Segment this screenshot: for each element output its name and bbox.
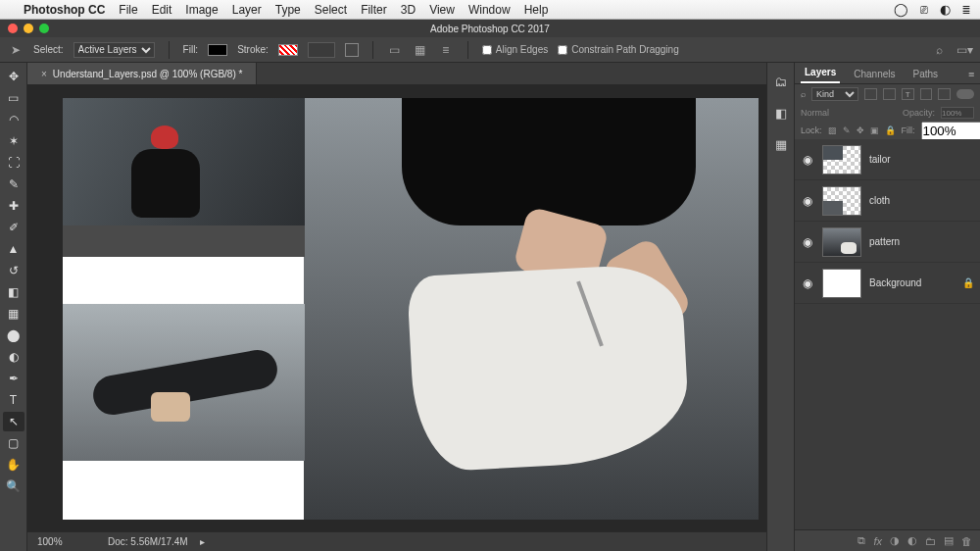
opacity-field[interactable] xyxy=(941,107,974,119)
menu-image[interactable]: Image xyxy=(185,3,218,17)
maximize-window-button[interactable] xyxy=(39,24,49,33)
layer-name[interactable]: tailor xyxy=(869,154,891,165)
display-icon[interactable]: ⎚ xyxy=(920,2,928,17)
close-window-button[interactable] xyxy=(8,24,18,33)
layer-row[interactable]: ◉ Background 🔒 xyxy=(795,263,980,304)
layer-mask-icon[interactable]: ◑ xyxy=(890,534,900,547)
constrain-path-checkbox[interactable]: Constrain Path Dragging xyxy=(558,44,679,55)
tool-quick-select[interactable]: ✶ xyxy=(3,131,24,151)
layer-thumbnail[interactable] xyxy=(822,145,861,175)
blend-mode-dropdown[interactable]: Normal xyxy=(801,108,829,118)
tool-eyedrop[interactable]: ✎ xyxy=(3,175,24,194)
layer-row[interactable]: ◉ cloth xyxy=(795,180,980,222)
filter-smart-icon[interactable] xyxy=(938,88,951,100)
properties-panel-icon[interactable]: ▦ xyxy=(772,135,790,153)
layer-kind-dropdown[interactable]: Kind xyxy=(811,87,858,101)
lock-pixels-icon[interactable]: ✎ xyxy=(843,125,851,136)
canvas[interactable] xyxy=(63,98,759,520)
tool-hand[interactable]: ✋ xyxy=(3,455,24,475)
adjustment-layer-icon[interactable]: ◐ xyxy=(907,534,917,547)
tool-preset-icon[interactable]: ➤ xyxy=(8,43,24,57)
stroke-style-dropdown[interactable] xyxy=(345,43,359,57)
fill-swatch[interactable] xyxy=(208,44,227,56)
history-panel-icon[interactable]: 🗂 xyxy=(772,73,790,90)
cloud-icon[interactable]: ◯ xyxy=(894,2,908,17)
path-align-icon[interactable]: ▦ xyxy=(413,43,428,57)
delete-layer-icon[interactable]: 🗑 xyxy=(961,535,972,547)
select-mode-dropdown[interactable]: Active Layers xyxy=(74,42,155,58)
menu-layer[interactable]: Layer xyxy=(232,3,262,17)
search-icon[interactable]: ⌕ xyxy=(931,43,947,57)
mac-menu-icon[interactable]: ≣ xyxy=(962,2,970,17)
filter-toggle[interactable] xyxy=(956,89,974,99)
link-layers-icon[interactable]: ⧉ xyxy=(858,534,865,547)
layer-row[interactable]: ◉ tailor xyxy=(795,139,980,180)
tool-eraser[interactable]: ◧ xyxy=(3,282,24,302)
tool-path-select[interactable]: ↖ xyxy=(3,412,24,431)
visibility-toggle-icon[interactable]: ◉ xyxy=(801,276,814,290)
visibility-toggle-icon[interactable]: ◉ xyxy=(801,153,814,167)
layer-group-icon[interactable]: 🗀 xyxy=(925,535,936,547)
tool-dodge[interactable]: ◐ xyxy=(3,347,24,367)
filter-adjust-icon[interactable] xyxy=(883,88,896,100)
layer-name[interactable]: cloth xyxy=(869,195,890,206)
menu-view[interactable]: View xyxy=(429,3,455,17)
layer-thumbnail[interactable] xyxy=(822,227,861,257)
menu-3d[interactable]: 3D xyxy=(401,3,416,17)
layer-thumbnail[interactable] xyxy=(822,186,861,216)
menu-select[interactable]: Select xyxy=(315,3,347,17)
tool-rectangle[interactable]: ▢ xyxy=(3,433,24,453)
workspace-switcher-icon[interactable]: ▭▾ xyxy=(956,43,972,57)
tool-pen[interactable]: ✒ xyxy=(3,369,24,388)
tool-stamp[interactable]: ▲ xyxy=(3,239,24,259)
lock-position-icon[interactable]: ✥ xyxy=(857,125,864,136)
layer-fx-icon[interactable]: fx xyxy=(873,535,882,547)
tool-move[interactable]: ✥ xyxy=(3,67,24,86)
tool-lasso[interactable]: ◠ xyxy=(3,110,24,129)
tool-crop[interactable]: ⛶ xyxy=(3,153,24,173)
tool-zoom[interactable]: 🔍 xyxy=(3,476,24,496)
menu-window[interactable]: Window xyxy=(468,3,511,17)
visibility-toggle-icon[interactable]: ◉ xyxy=(801,235,814,249)
menu-type[interactable]: Type xyxy=(275,3,301,17)
menu-filter[interactable]: Filter xyxy=(361,3,387,17)
layer-row[interactable]: ◉ pattern xyxy=(795,222,980,263)
lock-artboard-icon[interactable]: ▣ xyxy=(870,125,879,136)
tab-paths[interactable]: Paths xyxy=(909,65,943,83)
adjustments-panel-icon[interactable]: ◧ xyxy=(772,104,790,122)
tool-gradient[interactable]: ▦ xyxy=(3,304,24,324)
stroke-swatch[interactable] xyxy=(278,44,298,56)
tool-patch[interactable]: ✚ xyxy=(3,196,24,216)
new-layer-icon[interactable]: ▤ xyxy=(944,534,954,547)
lock-all-icon[interactable]: 🔒 xyxy=(885,125,896,136)
menu-edit[interactable]: Edit xyxy=(152,3,172,17)
lock-transparency-icon[interactable]: ▨ xyxy=(828,125,837,136)
layer-name[interactable]: pattern xyxy=(869,236,900,247)
stroke-width-field[interactable] xyxy=(308,42,335,58)
tool-blur[interactable]: ⬤ xyxy=(3,326,24,345)
zoom-field[interactable]: 100% xyxy=(37,536,96,547)
tool-type[interactable]: T xyxy=(3,390,24,410)
align-edges-checkbox[interactable]: Align Edges xyxy=(482,44,548,55)
tab-channels[interactable]: Channels xyxy=(850,65,899,83)
path-ops-icon[interactable]: ▭ xyxy=(387,43,403,57)
user-icon[interactable]: ◐ xyxy=(940,2,951,17)
minimize-window-button[interactable] xyxy=(24,24,33,33)
document-tab[interactable]: × Understand_Layers.psd @ 100% (RGB/8) * xyxy=(27,63,257,84)
visibility-toggle-icon[interactable]: ◉ xyxy=(801,194,814,208)
tab-layers[interactable]: Layers xyxy=(801,63,840,83)
filter-pixel-icon[interactable] xyxy=(864,88,877,100)
menu-file[interactable]: File xyxy=(119,3,137,17)
layer-thumbnail[interactable] xyxy=(822,269,861,298)
layer-name[interactable]: Background xyxy=(869,277,921,288)
close-tab-icon[interactable]: × xyxy=(41,69,47,79)
fill-field[interactable] xyxy=(921,122,980,140)
status-chevron-icon[interactable]: ▸ xyxy=(200,536,205,547)
tool-history-brush[interactable]: ↺ xyxy=(3,261,24,280)
tool-marquee[interactable]: ▭ xyxy=(3,88,24,108)
filter-type-icon[interactable]: T xyxy=(902,88,914,100)
path-arrange-icon[interactable]: ≡ xyxy=(438,43,454,57)
tool-brush[interactable]: ✐ xyxy=(3,218,24,237)
filter-shape-icon[interactable] xyxy=(920,88,933,100)
app-name[interactable]: Photoshop CC xyxy=(24,3,105,17)
